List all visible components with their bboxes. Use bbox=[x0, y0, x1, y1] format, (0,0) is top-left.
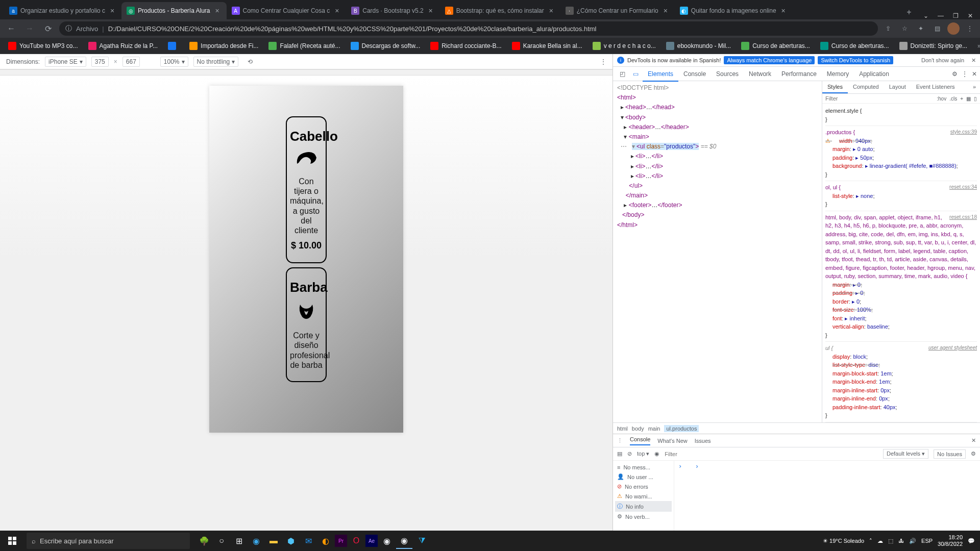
tab-performance[interactable]: Performance bbox=[776, 67, 822, 81]
throttle-select[interactable]: No throttling ▾ bbox=[193, 57, 239, 67]
bookmark-item[interactable]: Agatha Ruiz de la P... bbox=[84, 40, 162, 52]
device-width[interactable]: 375 bbox=[91, 57, 109, 67]
tab-issues[interactable]: Issues bbox=[695, 438, 711, 444]
tb-mail-icon[interactable]: ✉ bbox=[300, 533, 316, 549]
avatar[interactable] bbox=[947, 22, 960, 35]
computed-icon[interactable]: ▦ bbox=[966, 96, 971, 102]
bookmark-item[interactable] bbox=[164, 40, 183, 52]
tb-vscode-icon[interactable]: ⧩ bbox=[413, 533, 430, 549]
css-rules[interactable]: element.style {}style.css:39.productos {… bbox=[822, 104, 980, 422]
tab-elements[interactable]: Elements bbox=[643, 67, 678, 82]
back-icon[interactable]: ← bbox=[4, 21, 18, 36]
tab-network[interactable]: Network bbox=[744, 67, 776, 81]
bookmark-item[interactable]: Falafel (Receta auté... bbox=[264, 40, 344, 52]
tb-premiere-icon[interactable]: Pr bbox=[335, 535, 347, 547]
breadcrumb-item[interactable]: body bbox=[632, 425, 644, 432]
breadcrumb-item[interactable]: ul.productos bbox=[664, 425, 699, 432]
tb-explorer-icon[interactable]: ▬ bbox=[265, 533, 282, 549]
weather-icon[interactable]: ☀ 19°C Soleado bbox=[823, 538, 864, 544]
url-input[interactable]: ⓘ Archivo | D:/Daniel/CURSO%20ONE/2%20Cr… bbox=[59, 21, 878, 36]
add-rule-icon[interactable]: + bbox=[960, 96, 963, 102]
tab-sources[interactable]: Sources bbox=[711, 67, 744, 81]
close-icon[interactable]: × bbox=[662, 7, 670, 15]
browser-tab[interactable]: AComo Centrar Cualquier Cosa c× bbox=[227, 2, 347, 19]
console-filter-input[interactable] bbox=[665, 451, 878, 457]
bookmark-item[interactable]: YouTube to MP3 co... bbox=[4, 40, 82, 52]
close-icon[interactable]: ✕ bbox=[972, 70, 977, 78]
rotate-icon[interactable]: ⟲ bbox=[248, 58, 253, 65]
device-icon[interactable]: ▭ bbox=[629, 70, 642, 78]
close-icon[interactable]: × bbox=[547, 7, 555, 15]
extensions-icon[interactable]: ✦ bbox=[915, 22, 927, 35]
tb-taskview-icon[interactable]: ⊞ bbox=[231, 533, 247, 549]
match-language-button[interactable]: Always match Chrome's language bbox=[724, 56, 815, 64]
inspect-icon[interactable]: ◰ bbox=[616, 70, 628, 78]
dom-tree[interactable]: <!DOCTYPE html> <html> ▸ <head>…</head> … bbox=[613, 81, 822, 422]
maximize-icon[interactable]: ❐ bbox=[953, 12, 959, 19]
bookmark-item[interactable]: Descargas de softw... bbox=[347, 40, 425, 52]
clock[interactable]: 18:20 30/8/2022 bbox=[938, 534, 963, 547]
language-indicator[interactable]: ESP bbox=[921, 538, 933, 544]
share-icon[interactable]: ⇪ bbox=[882, 22, 894, 35]
device-select[interactable]: iPhone SE ▾ bbox=[45, 57, 86, 67]
device-height[interactable]: 667 bbox=[122, 57, 140, 67]
tray-cloud-icon[interactable]: ☁ bbox=[877, 538, 883, 544]
tb-app1-icon[interactable]: ◐ bbox=[317, 533, 334, 549]
tray-wifi-icon[interactable]: ⬚ bbox=[888, 538, 893, 544]
gear-icon[interactable]: ⚙ bbox=[971, 450, 976, 457]
new-tab-button[interactable]: + bbox=[902, 5, 916, 19]
console-filter-item[interactable]: ⓘNo info bbox=[615, 501, 672, 512]
tab-whatsnew[interactable]: What's New bbox=[657, 438, 687, 444]
tab-event-listeners[interactable]: Event Listeners bbox=[911, 81, 960, 93]
reload-icon[interactable]: ⟳ bbox=[41, 21, 55, 36]
bookmark-item[interactable]: Curso de aberturas... bbox=[737, 40, 814, 52]
close-icon[interactable]: × bbox=[333, 7, 341, 15]
devtoolbar-menu-icon[interactable]: ⋮ bbox=[600, 58, 606, 65]
breadcrumb-item[interactable]: html bbox=[617, 425, 628, 432]
sidebar-icon[interactable]: ▯ bbox=[974, 96, 977, 102]
tab-computed[interactable]: Computed bbox=[848, 81, 884, 93]
bookmark-item[interactable]: v e r d e c h a c o... bbox=[589, 40, 660, 52]
forward-icon[interactable]: → bbox=[22, 21, 37, 36]
context-select[interactable]: top ▾ bbox=[637, 450, 649, 457]
breadcrumb-item[interactable]: main bbox=[648, 425, 660, 432]
cls-toggle[interactable]: .cls bbox=[949, 96, 957, 102]
console-prompt[interactable]: › › bbox=[674, 461, 980, 531]
notifications-icon[interactable]: 💬 bbox=[968, 538, 975, 544]
browser-tab[interactable]: △Bootstrap: qué es, cómo instalar× bbox=[440, 2, 560, 19]
more-icon[interactable]: » bbox=[969, 81, 980, 93]
minimize-icon[interactable]: — bbox=[938, 12, 944, 19]
close-icon[interactable]: ✕ bbox=[971, 57, 976, 64]
tb-edge-icon[interactable]: ◉ bbox=[248, 533, 264, 549]
close-icon[interactable]: × bbox=[427, 7, 435, 15]
tb-chrome-icon[interactable]: ◉ bbox=[379, 533, 395, 549]
gear-icon[interactable]: ⚙ bbox=[952, 70, 958, 78]
browser-tab[interactable]: ◎Productos - Barbería Alura× bbox=[121, 2, 226, 19]
browser-tab[interactable]: ·¿Cómo Centrar un Formulario× bbox=[560, 2, 675, 19]
bookmark-item[interactable]: ebookmundo - Mil... bbox=[662, 40, 735, 52]
bookmark-item[interactable]: Importado desde Fi... bbox=[185, 40, 262, 52]
star-icon[interactable]: ☆ bbox=[898, 22, 911, 35]
bookmark-item[interactable]: Donizetti: Spirto ge... bbox=[895, 40, 971, 52]
hov-toggle[interactable]: :hov bbox=[937, 96, 946, 102]
dont-show-link[interactable]: Don't show again bbox=[921, 57, 964, 63]
clear-icon[interactable]: ⊘ bbox=[627, 450, 632, 457]
console-filter-item[interactable]: ⊘No errors bbox=[615, 482, 672, 491]
browser-tab[interactable]: BCards · Bootstrap v5.2× bbox=[346, 2, 439, 19]
tab-styles[interactable]: Styles bbox=[822, 81, 848, 93]
chevron-down-icon[interactable]: ⌄ bbox=[923, 12, 928, 19]
tab-console[interactable]: Console bbox=[678, 67, 711, 81]
bookmark-item[interactable]: Karaoke Bella sin al... bbox=[508, 40, 586, 52]
sidepanel-icon[interactable]: ▤ bbox=[931, 22, 943, 35]
close-icon[interactable]: ✕ bbox=[968, 12, 973, 19]
tb-store-icon[interactable]: ⬢ bbox=[283, 533, 299, 549]
start-button[interactable] bbox=[0, 531, 24, 551]
console-filter-item[interactable]: ≡No mess... bbox=[615, 463, 672, 472]
bookmark-item[interactable]: Curso de aberturas... bbox=[816, 40, 893, 52]
styles-filter-input[interactable] bbox=[825, 95, 934, 102]
tray-network-icon[interactable]: 🖧 bbox=[898, 538, 904, 544]
tab-layout[interactable]: Layout bbox=[884, 81, 911, 93]
close-icon[interactable]: ✕ bbox=[971, 437, 976, 444]
bookmark-item[interactable]: Richard cocciante-B... bbox=[426, 40, 505, 52]
close-icon[interactable]: × bbox=[213, 7, 222, 15]
